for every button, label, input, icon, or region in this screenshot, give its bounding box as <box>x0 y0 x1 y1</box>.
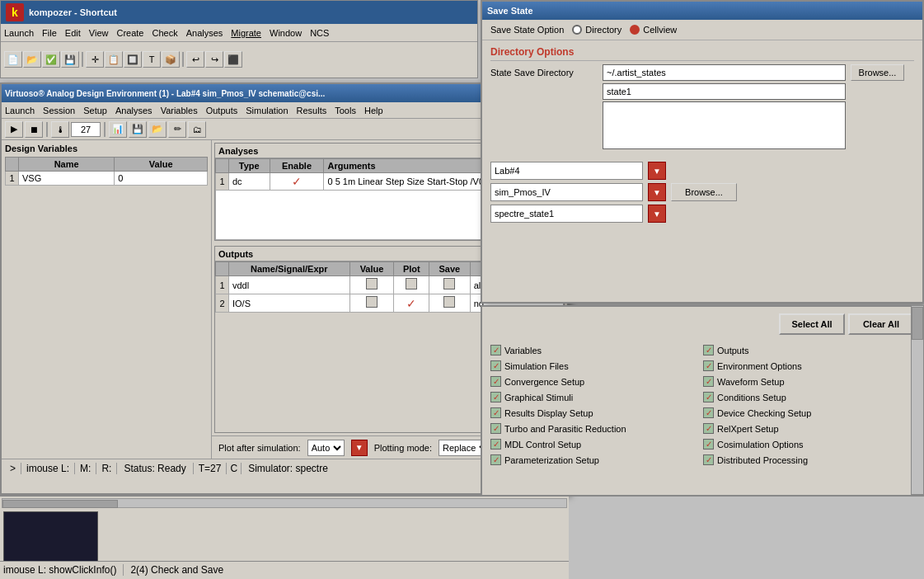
taskbar-menu-view[interactable]: View <box>89 28 109 38</box>
opt-cb-relxpert[interactable]: ✓ <box>703 423 714 434</box>
taskbar-menu-launch[interactable]: Launch <box>4 28 34 38</box>
ade-toolbar-stop[interactable]: ⏹ <box>25 121 43 138</box>
output-value-cb-2[interactable] <box>366 296 378 308</box>
status-simulator: Simulator: spectre <box>242 463 335 474</box>
ade-menu-variables[interactable]: Variables <box>161 106 198 115</box>
analyses-enabled-checkbox[interactable]: ✓ <box>292 175 302 188</box>
ade-menu-simulation[interactable]: Simulation <box>246 106 288 115</box>
ade-menu-launch[interactable]: Launch <box>5 106 35 115</box>
ade-toolbar-run[interactable]: ▶ <box>5 121 23 138</box>
opt-cb-waveform[interactable]: ✓ <box>703 376 714 387</box>
browse-button-2[interactable]: Browse... <box>671 183 737 201</box>
taskbar-menu-ncs[interactable]: NCS <box>310 28 329 38</box>
toolbar-btn-2[interactable]: 📂 <box>23 51 41 68</box>
plot-after-select[interactable]: Auto <box>307 440 345 456</box>
ade-menu-help[interactable]: Help <box>364 106 383 115</box>
browse-button-1[interactable]: Browse... <box>851 64 904 81</box>
opt-label-outputs: Outputs <box>717 346 749 355</box>
state-description-textarea[interactable] <box>603 101 846 149</box>
radio-cellview[interactable] <box>630 25 640 35</box>
ade-menu-session[interactable]: Session <box>43 106 75 115</box>
taskbar-menu-edit[interactable]: Edit <box>65 28 81 38</box>
taskbar-menu-check[interactable]: Check <box>152 28 177 38</box>
clear-all-button[interactable]: Clear All <box>848 313 914 335</box>
ade-menu-results[interactable]: Results <box>297 106 327 115</box>
toolbar-btn-8[interactable]: T <box>143 51 161 68</box>
opt-cb-results-display[interactable]: ✓ <box>703 407 714 418</box>
opt-cb-parameterization[interactable]: ✓ <box>490 454 501 465</box>
taskbar-menu-file[interactable]: File <box>42 28 57 38</box>
status-mouse-m: M: <box>75 463 96 474</box>
toolbar-btn-6[interactable]: 📋 <box>105 51 123 68</box>
opt-variables: ✓ Variables <box>490 343 701 357</box>
opt-cb-distributed[interactable]: ✓ <box>703 454 714 465</box>
status-mouse-r: R: <box>96 463 117 474</box>
taskbar-menu-create[interactable]: Create <box>116 28 143 38</box>
ade-menu-setup[interactable]: Setup <box>83 106 107 115</box>
preview-area <box>3 511 98 565</box>
cell-sim-input[interactable] <box>490 183 643 201</box>
opt-cb-cosimulation[interactable]: ✓ <box>703 439 714 450</box>
state-dropdown[interactable] <box>490 205 643 223</box>
opt-conditions: ✓ Conditions Setup <box>703 390 914 404</box>
taskbar-menu-analyses[interactable]: Analyses <box>186 28 223 38</box>
cell-lab-input[interactable] <box>490 162 643 180</box>
opt-label-conditions: Conditions Setup <box>717 393 786 402</box>
state-save-dir-input[interactable] <box>603 64 846 81</box>
ade-window-title: Virtuoso® Analog Design Environment (1) … <box>5 89 325 98</box>
ade-menu-outputs[interactable]: Outputs <box>206 106 238 115</box>
ade-toolbar-edit[interactable]: ✏ <box>168 121 186 138</box>
analyses-title: Analyses <box>218 146 258 156</box>
toolbar-btn-undo[interactable]: ↩ <box>186 51 204 68</box>
toolbar-btn-7[interactable]: 🔲 <box>124 51 142 68</box>
opt-cb-variables[interactable]: ✓ <box>490 345 501 355</box>
state-name-input[interactable] <box>603 83 846 100</box>
opt-cb-convergence[interactable]: ✓ <box>490 376 501 387</box>
output-save-cb-2[interactable] <box>443 296 455 308</box>
ade-toolbar-open[interactable]: 📂 <box>148 121 167 138</box>
opt-cb-mdl-control[interactable]: ✓ <box>490 439 501 450</box>
vertical-scrollbar[interactable] <box>911 305 924 495</box>
plot-after-arrow[interactable]: ▼ <box>351 440 368 456</box>
toolbar-btn-4[interactable]: 💾 <box>61 51 79 68</box>
toolbar-btn-1[interactable]: 📄 <box>4 51 22 68</box>
state-dropdown-arrow[interactable]: ▼ <box>648 205 666 223</box>
output-save-cb-1[interactable] <box>443 278 455 290</box>
toolbar-btn-5[interactable]: ✛ <box>86 51 104 68</box>
ade-toolbar-save[interactable]: 💾 <box>129 121 147 138</box>
radio-directory[interactable] <box>572 25 582 35</box>
toolbar-btn-9[interactable]: 📦 <box>162 51 180 68</box>
vertical-scrollbar-thumb[interactable] <box>912 307 923 340</box>
ade-toolbar-folder[interactable]: 🗂 <box>188 121 206 138</box>
opt-cb-outputs[interactable]: ✓ <box>703 345 714 355</box>
out-col-value: Value <box>349 262 394 276</box>
state-label <box>490 83 598 85</box>
taskbar-menu-window[interactable]: Window <box>270 28 302 38</box>
lab-dropdown-arrow[interactable]: ▼ <box>648 162 666 180</box>
ade-menu-tools[interactable]: Tools <box>335 106 356 115</box>
opt-cb-env-options[interactable]: ✓ <box>703 360 714 371</box>
opt-label-convergence: Convergence Setup <box>504 377 584 387</box>
opt-cb-graphical[interactable]: ✓ <box>490 392 501 402</box>
opt-label-waveform: Waveform Setup <box>717 377 785 387</box>
ade-toolbar-netlist[interactable]: 📊 <box>109 121 127 138</box>
opt-cb-conditions[interactable]: ✓ <box>703 392 714 402</box>
ade-toolbar-temp-icon[interactable]: 🌡 <box>51 121 69 138</box>
horizontal-scrollbar-thumb[interactable] <box>2 500 118 508</box>
analyses-type-dc: dc <box>229 173 270 191</box>
toolbar-btn-redo[interactable]: ↪ <box>205 51 223 68</box>
temperature-input[interactable] <box>71 122 101 137</box>
opt-cb-turbo[interactable]: ✓ <box>490 423 501 434</box>
toolbar-btn-3[interactable]: ✅ <box>42 51 60 68</box>
select-all-button[interactable]: Select All <box>779 313 845 335</box>
output-plot-cb-2[interactable]: ✓ <box>406 297 416 310</box>
output-value-cb-1[interactable] <box>366 278 378 290</box>
output-plot-cb-1[interactable] <box>406 278 417 290</box>
toolbar-btn-stop[interactable]: ⬛ <box>224 51 242 68</box>
taskbar-menu-migrate[interactable]: Migrate <box>231 28 261 38</box>
ade-menu-analyses[interactable]: Analyses <box>115 106 152 115</box>
opt-cb-device-checking[interactable]: ✓ <box>490 407 501 418</box>
opt-cb-sim-files[interactable]: ✓ <box>490 360 501 371</box>
sim-dropdown-arrow[interactable]: ▼ <box>648 183 666 201</box>
opt-relxpert: ✓ RelXpert Setup <box>703 421 914 435</box>
